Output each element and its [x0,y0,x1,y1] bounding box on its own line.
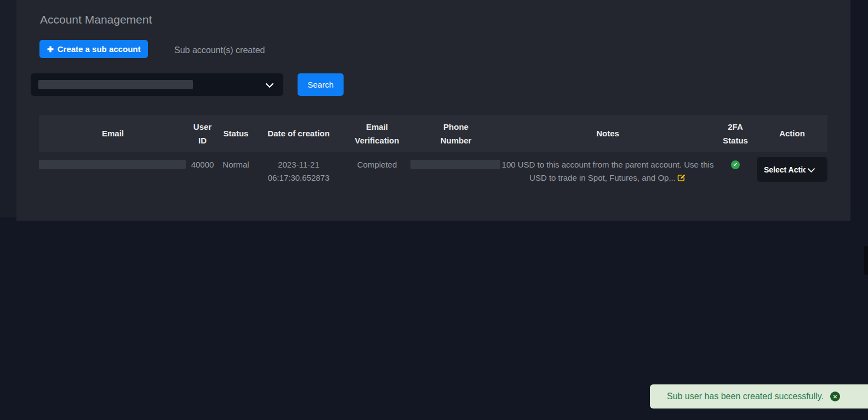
cell-phone-number [410,158,501,186]
chevron-down-icon [266,80,273,90]
select-action-label: Select Action [764,165,806,174]
cell-notes: 100 USD to this account from the parent … [501,158,714,186]
toast-close-icon[interactable]: ✕ [830,392,840,401]
cell-date-of-creation: 2023-11-21 06:17:30.652873 [254,158,344,186]
cell-2fa-status: ✔ [714,158,757,186]
account-filter-select[interactable] [31,73,283,96]
toast-message: Sub user has been created successfully. [667,392,824,401]
cell-email-verification: Completed [344,158,410,186]
redacted-phone-value [410,160,500,169]
cell-email [39,158,187,186]
page-title: Account Management [40,13,152,26]
success-toast: Sub user has been created successfully. … [650,384,868,409]
account-management-panel: Account Management ✚ Create a sub accoun… [16,0,850,221]
plus-icon: ✚ [47,45,54,54]
check-circle-icon: ✔ [731,160,740,169]
cell-status: Normal [218,158,254,186]
sub-accounts-created-label: Sub account(s) created [174,45,265,55]
cell-action: Select Action [757,158,827,186]
create-sub-account-label: Create a sub account [58,44,141,54]
header-notes: Notes [501,115,714,152]
header-phone-number: Phone Number [410,115,501,152]
left-margin-strip [0,0,16,217]
chevron-down-icon [808,165,815,174]
header-action: Action [757,115,827,152]
header-date-of-creation: Date of creation [254,115,344,152]
header-email: Email [39,115,187,152]
cell-user-id: 40000 [187,158,218,186]
sub-accounts-table: Email User ID Status Date of creation Em… [39,115,827,186]
scrollbar-thumb[interactable] [864,246,868,275]
header-email-verification: Email Verification [344,115,410,152]
header-user-id: User ID [187,115,218,152]
edit-note-icon[interactable] [677,173,686,186]
redacted-email-value [39,160,186,169]
select-action-dropdown[interactable]: Select Action [757,157,827,182]
redacted-selected-value [38,80,193,89]
table-header-row: Email User ID Status Date of creation Em… [39,115,827,152]
header-status: Status [218,115,254,152]
table-row: 40000 Normal 2023-11-21 06:17:30.652873 … [39,152,827,186]
create-sub-account-button[interactable]: ✚ Create a sub account [39,40,148,58]
header-2fa-status: 2FA Status [714,115,757,152]
search-button[interactable]: Search [298,73,344,96]
